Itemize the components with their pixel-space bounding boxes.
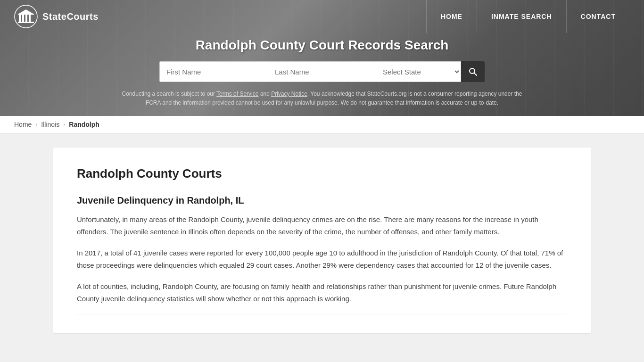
section-divider — [77, 314, 567, 314]
nav-links: HOME INMATE SEARCH CONTACT — [426, 0, 630, 33]
section1-heading: Juvenile Delinquency in Randolph, IL — [77, 195, 567, 206]
svg-marker-6 — [18, 9, 34, 14]
logo-icon — [14, 5, 38, 28]
site-header: StateCourts HOME INMATE SEARCH CONTACT R… — [0, 0, 644, 116]
logo-text: StateCourts — [42, 11, 99, 22]
main-heading: Randolph County Courts — [77, 166, 567, 181]
breadcrumb-sep-2: › — [63, 121, 65, 128]
nav-contact[interactable]: CONTACT — [566, 0, 630, 33]
main-content: Randolph County Courts Juvenile Delinque… — [44, 133, 600, 347]
breadcrumb-home[interactable]: Home — [14, 121, 32, 128]
breadcrumb: Home › Illinois › Randolph — [0, 116, 644, 133]
content-card: Randolph County Courts Juvenile Delinque… — [53, 148, 591, 333]
terms-link[interactable]: Terms of Service — [216, 90, 258, 97]
privacy-link[interactable]: Privacy Notice — [271, 90, 307, 97]
section1-para1: Unfortunately, in many areas of the Rand… — [77, 214, 567, 238]
section1-para3: A lot of counties, including, Randolph C… — [77, 280, 567, 304]
site-logo[interactable]: StateCourts — [14, 5, 99, 28]
first-name-input[interactable] — [159, 61, 268, 82]
disclaimer-text: Conducting a search is subject to our Te… — [110, 90, 534, 116]
header-search-section: Randolph County Court Records Search Sel… — [0, 33, 644, 116]
svg-rect-5 — [18, 22, 34, 23]
breadcrumb-state[interactable]: Illinois — [41, 121, 59, 128]
nav-inmate-search[interactable]: INMATE SEARCH — [477, 0, 566, 33]
state-select[interactable]: Select State Illinois California Texas — [376, 61, 461, 82]
svg-rect-3 — [25, 14, 27, 22]
svg-rect-2 — [22, 14, 24, 22]
search-icon — [468, 67, 478, 76]
section1-para2: In 2017, a total of 41 juvenile cases we… — [77, 247, 567, 271]
svg-rect-7 — [18, 14, 34, 15]
svg-rect-4 — [29, 14, 31, 22]
breadcrumb-sep-1: › — [35, 121, 37, 128]
last-name-input[interactable] — [268, 61, 376, 82]
svg-line-9 — [474, 73, 477, 76]
nav-home[interactable]: HOME — [426, 0, 477, 33]
page-title: Randolph County Court Records Search — [9, 38, 635, 53]
search-button[interactable] — [461, 61, 485, 82]
svg-rect-1 — [19, 14, 21, 22]
search-bar: Select State Illinois California Texas — [9, 61, 635, 82]
navigation: StateCourts HOME INMATE SEARCH CONTACT — [0, 0, 644, 33]
breadcrumb-county: Randolph — [69, 121, 99, 128]
